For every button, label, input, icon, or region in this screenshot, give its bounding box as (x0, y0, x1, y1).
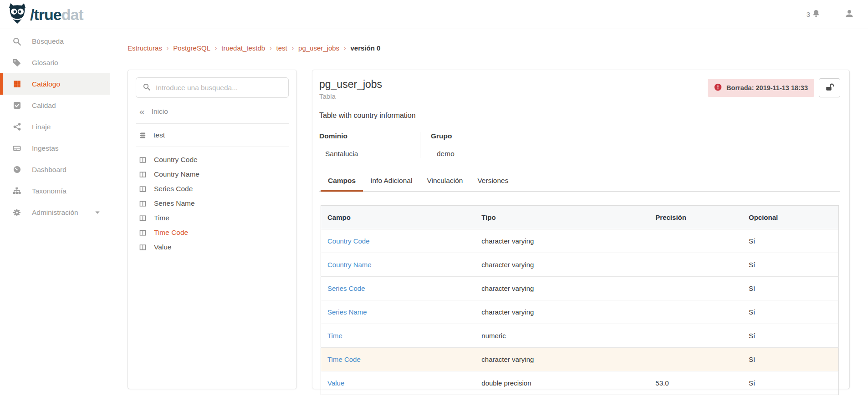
domain-block: Dominio Santalucia (319, 132, 420, 158)
tree-field-label: Country Name (154, 170, 199, 178)
field-optional: Sí (742, 229, 839, 253)
breadcrumb-link[interactable]: PostgreSQL (173, 44, 210, 52)
tab-versiones[interactable]: Versiones (470, 172, 516, 192)
field-precision (649, 229, 742, 253)
sidebar-item-label: Linaje (32, 123, 51, 131)
tree-parent-label: test (153, 131, 165, 139)
column-icon (138, 199, 147, 208)
field-optional: Sí (742, 300, 839, 324)
breadcrumb-link[interactable]: test (276, 44, 287, 52)
column-header: Opcional (742, 206, 839, 229)
tree-field-item[interactable]: Time (136, 211, 289, 225)
notifications-button[interactable]: 3 (807, 9, 821, 20)
field-link[interactable]: Country Code (327, 237, 370, 245)
tree-field-item[interactable]: Series Name (136, 196, 289, 211)
breadcrumb-link[interactable]: Estructuras (128, 44, 162, 52)
sidebar-item-busqueda[interactable]: Búsqueda (0, 30, 110, 52)
tab-campos[interactable]: Campos (321, 172, 363, 192)
field-precision (649, 253, 742, 277)
field-link[interactable]: Country Name (327, 261, 372, 269)
breadcrumb: Estructuras›PostgreSQL›truedat_testdb›te… (128, 44, 380, 52)
domain-value: Santalucia (319, 150, 409, 158)
table-row: Valuedouble precision53.0Sí (321, 371, 839, 395)
field-type: numeric (475, 324, 649, 348)
tree-home-button[interactable]: « Inicio (136, 98, 289, 123)
structure-detail-panel: pg_user_jobs Tabla Borrada: 2019-11-13 1… (312, 70, 850, 389)
breadcrumb-link[interactable]: pg_user_jobs (298, 44, 339, 52)
chevron-right-icon: › (270, 45, 271, 51)
sidebar-item-dashboard[interactable]: Dashboard (0, 159, 110, 180)
sidebar-item-ingestas[interactable]: Ingestas (0, 137, 110, 159)
sidebar-item-label: Catálogo (32, 80, 60, 88)
user-menu-button[interactable] (844, 9, 854, 20)
sidebar-item-administracion[interactable]: Administración (0, 202, 110, 223)
chevron-right-icon: › (215, 45, 217, 51)
chevron-right-icon: › (292, 45, 294, 51)
structure-title: pg_user_jobs (319, 78, 382, 91)
sidebar-item-label: Taxonomía (32, 187, 66, 195)
sidebar-item-label: Búsqueda (32, 37, 64, 46)
sidebar-item-label: Glosario (32, 59, 58, 67)
sidebar-nav: BúsquedaGlosarioCatálogoCalidadLinajeIng… (0, 29, 110, 411)
column-header: Precisión (649, 206, 742, 229)
sidebar-item-catalogo[interactable]: Catálogo (0, 73, 110, 95)
sidebar-item-glosario[interactable]: Glosario (0, 52, 110, 73)
column-header: Tipo (475, 206, 649, 229)
tree-home-label: Inicio (152, 107, 168, 116)
field-link[interactable]: Series Code (327, 284, 365, 292)
metadata-section: Dominio Santalucia Grupo demo (319, 132, 840, 158)
tree-field-item[interactable]: Country Code (136, 152, 289, 167)
tree-field-label: Value (154, 243, 172, 251)
field-type: double precision (475, 371, 649, 395)
tree-parent-item[interactable]: test (136, 124, 289, 147)
fields-table: CampoTipoPrecisiónOpcional Country Codec… (321, 205, 839, 395)
tree-field-item[interactable]: Series Code (136, 182, 289, 196)
field-type: character varying (475, 277, 649, 300)
breadcrumb-link[interactable]: truedat_testdb (221, 44, 265, 52)
tree-field-item[interactable]: Time Code (136, 225, 289, 240)
fields-table-header-row: CampoTipoPrecisiónOpcional (321, 206, 839, 229)
unlock-button[interactable] (819, 78, 840, 97)
field-optional: Sí (742, 371, 839, 395)
grid-icon (12, 80, 21, 89)
tree-field-label: Time Code (154, 228, 188, 237)
sidebar-item-linaje[interactable]: Linaje (0, 116, 110, 137)
tree-search-input[interactable] (156, 84, 282, 92)
sidebar-item-label: Calidad (32, 101, 56, 110)
field-optional: Sí (742, 277, 839, 300)
column-icon (138, 243, 147, 251)
check-square-icon (12, 101, 21, 110)
tree-field-label: Country Code (154, 156, 198, 164)
field-link[interactable]: Time Code (327, 355, 361, 363)
table-row: Series Namecharacter varyingSí (321, 300, 839, 324)
sidebar-item-label: Ingestas (32, 144, 59, 152)
field-link[interactable]: Series Name (327, 308, 367, 316)
group-block: Grupo demo (420, 132, 465, 158)
tree-field-item[interactable]: Value (136, 240, 289, 254)
field-precision (649, 300, 742, 324)
field-link[interactable]: Time (327, 332, 342, 340)
search-icon (143, 83, 151, 93)
truedat-logo[interactable]: /truedat (7, 3, 83, 26)
table-row: Series Codecharacter varyingSí (321, 277, 839, 300)
chevron-right-icon: › (344, 45, 346, 51)
table-row: Time Codecharacter varyingSí (321, 348, 839, 371)
sidebar-item-label: Dashboard (32, 166, 66, 174)
database-icon (138, 131, 147, 139)
gauge-icon (12, 165, 21, 174)
tree-field-list: Country CodeCountry NameSeries CodeSerie… (136, 147, 289, 254)
tab-vinculacion[interactable]: Vinculación (419, 172, 470, 192)
sidebar-item-calidad[interactable]: Calidad (0, 95, 110, 116)
tab-info-adicional[interactable]: Info Adicional (363, 172, 419, 192)
field-optional: Sí (742, 324, 839, 348)
field-precision (649, 277, 742, 300)
tree-field-item[interactable]: Country Name (136, 167, 289, 182)
field-precision (649, 324, 742, 348)
field-link[interactable]: Value (327, 379, 344, 387)
tag-icon (12, 58, 21, 67)
structure-description: Table with country information (319, 112, 840, 120)
structure-tree-panel: « Inicio test Country CodeCountry NameSe… (128, 70, 297, 389)
field-precision: 53.0 (649, 371, 742, 395)
column-icon (138, 170, 147, 178)
sidebar-item-taxonomia[interactable]: Taxonomía (0, 180, 110, 202)
